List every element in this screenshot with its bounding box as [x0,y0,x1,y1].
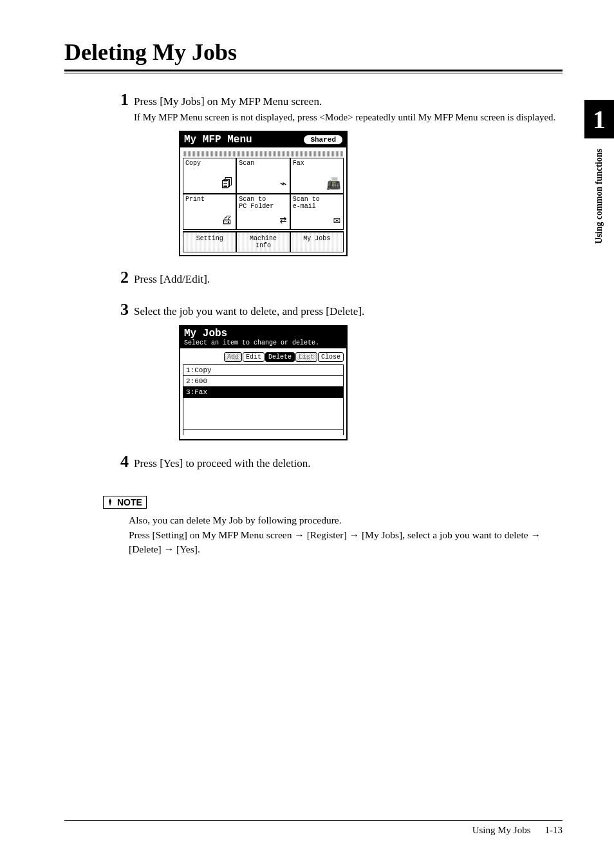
bottom-machine-info[interactable]: Machine Info [236,232,290,252]
close-button[interactable]: Close [318,352,344,362]
note-text: Press [Setting] on My MFP Menu screen [129,529,294,540]
copy-icon: 🗐 [221,178,233,191]
bottom-setting[interactable]: Setting [183,232,236,252]
step-number: 3 [109,301,129,318]
arrow-icon: → [294,529,304,540]
list-item-selected[interactable]: 3:Fax [183,387,343,398]
step-text: Select the job you want to delete, and p… [134,301,364,319]
step-2: 2 Press [Add/Edit]. [109,269,560,287]
menu-label: Fax [293,160,304,167]
step-3: 3 Select the job you want to delete, and… [109,301,560,319]
step-4: 4 Press [Yes] to proceed with the deleti… [109,453,560,471]
step-number: 1 [109,91,129,108]
menu-scan-pc[interactable]: Scan to PC Folder ⇄ [236,194,290,230]
note-line-2: Press [Setting] on My MFP Menu screen → … [129,528,554,557]
step-text: Press [Yes] to proceed with the deletion… [134,453,310,471]
page-title: Deleting My Jobs [64,39,563,66]
note-body: Also, you can delete My Job by following… [129,513,554,556]
step-number: 2 [109,269,129,286]
list-button[interactable]: List [295,352,317,362]
footer-section: Using My Jobs [472,825,531,836]
list-item[interactable]: 1:Copy [183,365,343,376]
edit-button[interactable]: Edit [243,352,265,362]
step-1: 1 Press [My Jobs] on My MFP Menu screen.… [109,91,560,124]
menu-scan-email[interactable]: Scan to e-mail ✉ [290,194,344,230]
job-list: 1:Copy 2:600 3:Fax [183,364,344,435]
arrow-icon: → [349,529,360,540]
scan-icon: ⌁ [280,178,287,191]
fax-icon: 📠 [326,178,340,191]
note-icon [106,498,115,507]
side-chapter-title: Using common functions [594,149,604,244]
menu-scan[interactable]: Scan ⌁ [236,158,290,194]
menu-label: Print [185,196,205,203]
mail-arrow-icon: ✉ [333,214,340,227]
lcd2-title: My Jobs [184,328,342,339]
list-empty-area [183,398,343,430]
side-tab: 1 Using common functions [584,100,614,261]
folder-arrow-icon: ⇄ [280,214,287,227]
menu-fax[interactable]: Fax 📠 [290,158,344,194]
note-label: NOTE [103,496,147,509]
step-number: 4 [109,453,129,470]
note-text: [Yes]. [174,543,200,554]
menu-label: Copy [185,160,201,167]
list-item[interactable]: 2:600 [183,376,343,387]
shared-button[interactable]: Shared [304,135,342,144]
lcd-my-jobs: My Jobs Select an item to change or dele… [179,325,348,440]
print-icon: 🖨 [221,214,233,227]
step-text: Press [My Jobs] on My MFP Menu screen. [134,94,555,109]
note-text: [Register] [304,529,349,540]
menu-print[interactable]: Print 🖨 [183,194,236,230]
note-text: [My Jobs], select a job you want to dele… [359,529,530,540]
menu-copy[interactable]: Copy 🗐 [183,158,236,194]
arrow-icon: → [164,543,174,554]
lcd-my-mfp-menu: My MFP Menu Shared Copy 🗐 Scan ⌁ Fax 📠 [179,131,348,256]
divider-dots [183,151,344,156]
note-text: [Delete] [129,543,164,554]
menu-label: Scan to e-mail [293,196,320,210]
note-line-1: Also, you can delete My Job by following… [129,513,554,527]
menu-label: Scan [239,160,254,167]
note-label-text: NOTE [117,497,142,507]
delete-button[interactable]: Delete [265,352,295,362]
lcd2-subtitle: Select an item to change or delete. [184,339,342,346]
footer-page-number: 1-13 [545,825,563,836]
menu-label: Scan to PC Folder [239,196,274,210]
lcd1-title: My MFP Menu [184,134,252,146]
arrow-icon: → [531,529,541,540]
title-rule [64,70,563,73]
side-chapter-number: 1 [584,100,614,138]
step-subtext: If My MFP Menu screen is not displayed, … [134,111,555,124]
step-text: Press [Add/Edit]. [134,269,210,287]
page-footer: Using My Jobs 1-13 [64,820,563,836]
bottom-my-jobs[interactable]: My Jobs [290,232,344,252]
add-button[interactable]: Add [224,352,242,362]
